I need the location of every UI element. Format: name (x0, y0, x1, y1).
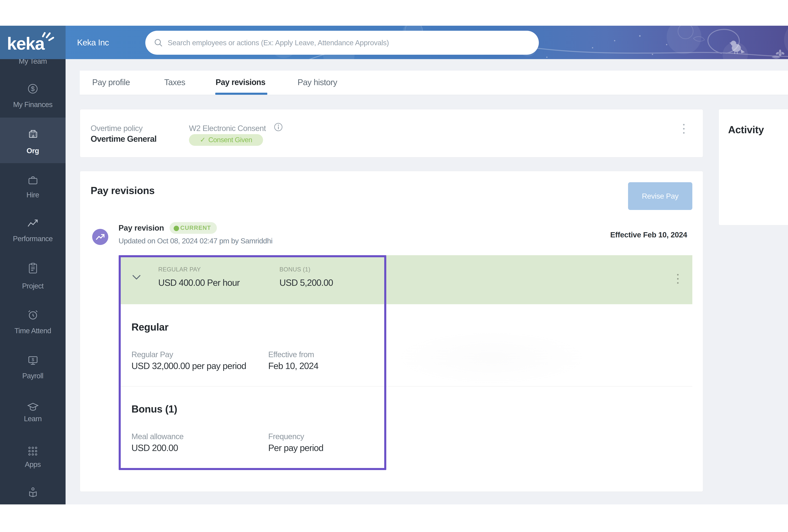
svg-text:keka: keka (7, 34, 45, 54)
svg-text:$: $ (32, 357, 34, 362)
svg-text:$: $ (31, 85, 35, 93)
